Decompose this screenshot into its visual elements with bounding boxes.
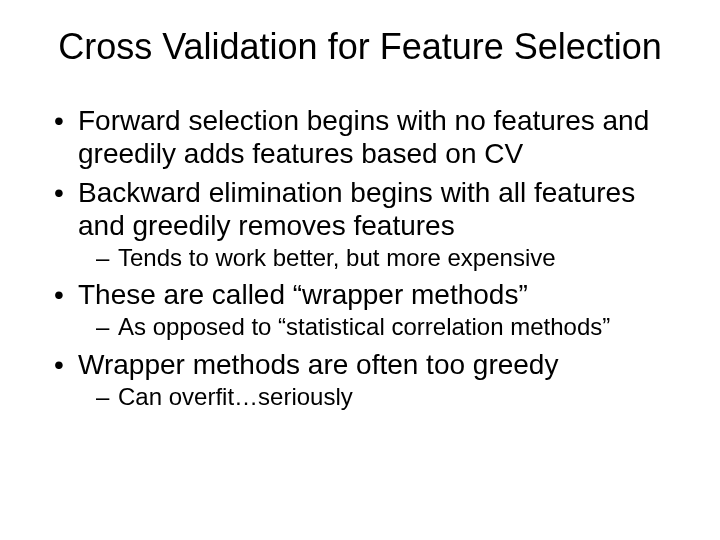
bullet-list: Forward selection begins with no feature… <box>36 104 684 411</box>
bullet-text: Wrapper methods are often too greedy <box>78 349 558 380</box>
list-item: Backward elimination begins with all fea… <box>60 176 684 272</box>
list-item: Tends to work better, but more expensive <box>100 244 684 272</box>
bullet-text: Tends to work better, but more expensive <box>118 244 556 271</box>
list-item: As opposed to “statistical correlation m… <box>100 313 684 341</box>
list-item: Wrapper methods are often too greedy Can… <box>60 348 684 411</box>
bullet-text: As opposed to “statistical correlation m… <box>118 313 610 340</box>
bullet-text: Forward selection begins with no feature… <box>78 105 649 169</box>
bullet-text: These are called “wrapper methods” <box>78 279 528 310</box>
bullet-text: Can overfit…seriously <box>118 383 353 410</box>
list-item: Forward selection begins with no feature… <box>60 104 684 170</box>
sub-list: Tends to work better, but more expensive <box>78 244 684 272</box>
bullet-text: Backward elimination begins with all fea… <box>78 177 635 241</box>
slide-title: Cross Validation for Feature Selection <box>36 26 684 68</box>
list-item: These are called “wrapper methods” As op… <box>60 278 684 341</box>
list-item: Can overfit…seriously <box>100 383 684 411</box>
sub-list: Can overfit…seriously <box>78 383 684 411</box>
slide: Cross Validation for Feature Selection F… <box>0 0 720 540</box>
sub-list: As opposed to “statistical correlation m… <box>78 313 684 341</box>
